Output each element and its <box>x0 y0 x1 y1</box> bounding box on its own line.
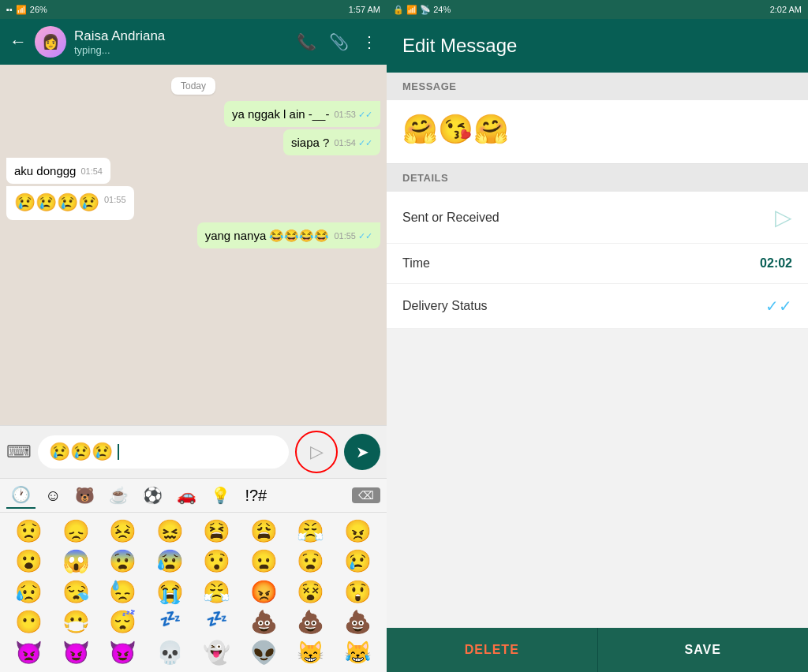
contact-info[interactable]: Raisa Andriana typing... <box>74 28 289 56</box>
emoji-cell[interactable]: 😈 <box>54 639 99 667</box>
message-bubble-received[interactable]: aku donggg 01:54 <box>6 158 110 184</box>
emoji-cell[interactable]: 😞 <box>54 517 99 546</box>
attach-icon[interactable]: 📎 <box>329 32 349 51</box>
message-text: yang nanya 😂😂😂😂 <box>205 229 330 242</box>
avatar-image: 👩 <box>35 26 66 58</box>
message-text: siapa ? <box>291 136 329 149</box>
emoji-cell[interactable]: 😡 <box>241 578 287 607</box>
message-bubble-received[interactable]: 😢😢😢😢 01:55 <box>6 186 134 220</box>
delete-button[interactable]: DELETE <box>387 628 597 672</box>
back-button[interactable]: ← <box>9 32 27 52</box>
message-text: aku donggg <box>14 164 76 177</box>
emoji-cell[interactable]: 😈 <box>100 639 146 667</box>
right-lock-icon: 🔒 <box>393 5 404 14</box>
emoji-cell[interactable]: 😤 <box>194 578 240 607</box>
status-bar-left: ▪▪ 📶 26% <box>6 5 47 15</box>
detail-value-time: 02:02 <box>760 256 792 271</box>
battery-left: 26% <box>30 5 47 14</box>
message-bubble-sent[interactable]: yang nanya 😂😂😂😂 01:55 ✓✓ <box>197 222 380 248</box>
emoji-cell[interactable]: 😸 <box>288 639 334 667</box>
emoji-cell[interactable]: 😯 <box>194 547 240 576</box>
emoji-cell[interactable]: 👽 <box>241 639 287 667</box>
sticker-button-circle[interactable]: ▷ <box>295 431 338 473</box>
delivery-status-icon: ✓✓ <box>765 297 792 315</box>
emoji-cell[interactable]: 👻 <box>194 639 240 667</box>
message-input[interactable]: 😢😢😢 <box>38 435 289 469</box>
message-time: 01:55 <box>104 194 126 206</box>
save-button[interactable]: SAVE <box>597 628 809 672</box>
emoji-cell[interactable]: 😹 <box>335 639 381 667</box>
emoji-tab-food[interactable]: ☕ <box>104 483 133 508</box>
sim-icon: ▪▪ <box>6 5 13 14</box>
right-status-bar: 🔒 📶 📡 24% 2:02 AM <box>387 0 808 19</box>
emoji-cell[interactable]: 😠 <box>335 517 381 546</box>
emoji-cell[interactable]: 😶 <box>6 608 52 637</box>
contact-avatar[interactable]: 👩 <box>35 26 66 58</box>
emoji-cell[interactable]: 😱 <box>54 547 99 576</box>
message-row: 😢😢😢😢 01:55 <box>6 186 380 220</box>
right-battery: 24% <box>433 5 451 14</box>
emoji-cell[interactable]: 😓 <box>100 578 146 607</box>
emoji-cell[interactable]: 😢 <box>335 547 381 576</box>
right-time: 2:02 AM <box>770 5 802 14</box>
edit-message-title: Edit Message <box>402 35 517 57</box>
detail-label-time: Time <box>402 256 430 271</box>
emoji-cell[interactable]: 😫 <box>194 517 240 546</box>
message-text: ya nggak l ain -__- <box>232 107 329 121</box>
right-status-right: 2:02 AM <box>770 5 802 14</box>
right-wifi-icon: 📶 <box>406 5 417 14</box>
emoji-keyboard: 🕐 ☺ 🐻 ☕ ⚽ 🚗 💡 !?# ⌫ 😟 😞 😣 😖 😫 😩 😤 😠 😮 😱 … <box>0 478 387 672</box>
emoji-cell[interactable]: 👿 <box>6 639 52 667</box>
keyboard-toggle-icon[interactable]: ⌨ <box>6 442 32 462</box>
emoji-grid: 😟 😞 😣 😖 😫 😩 😤 😠 😮 😱 😨 😰 😯 😦 😧 😢 😥 😪 😓 😭 … <box>0 513 387 672</box>
send-button[interactable]: ➤ <box>344 434 380 470</box>
message-text: 😢😢😢😢 <box>14 192 99 212</box>
emoji-cell[interactable]: 😵 <box>288 578 334 607</box>
status-bar-right: 1:57 AM <box>349 5 380 14</box>
emoji-tab-symbols[interactable]: !?# <box>240 483 271 508</box>
emoji-cell[interactable]: 😴 <box>100 608 146 637</box>
left-panel: ▪▪ 📶 26% 1:57 AM ← 👩 Raisa Andriana typi… <box>0 0 387 672</box>
emoji-tab-travel[interactable]: 🚗 <box>172 483 201 508</box>
emoji-cell[interactable]: 😦 <box>241 547 287 576</box>
emoji-cell[interactable]: 😧 <box>288 547 334 576</box>
emoji-cell[interactable]: 😤 <box>288 517 334 546</box>
sent-received-icon: ▷ <box>775 204 792 230</box>
emoji-tab-animals[interactable]: 🐻 <box>70 483 99 508</box>
emoji-cell[interactable]: 😩 <box>241 517 287 546</box>
emoji-cell[interactable]: 😟 <box>6 517 52 546</box>
message-bubble-sent[interactable]: ya nggak l ain -__- 01:53 ✓✓ <box>224 101 380 127</box>
emoji-cell[interactable]: 💤 <box>148 608 193 637</box>
emoji-tab-smiley[interactable]: ☺ <box>40 483 65 508</box>
emoji-cell[interactable]: 😮 <box>6 547 52 576</box>
right-signal-icon: 📡 <box>420 5 431 14</box>
message-time: 01:53 ✓✓ <box>334 109 372 121</box>
emoji-cell[interactable]: 😨 <box>100 547 146 576</box>
emoji-cell[interactable]: 💩 <box>288 608 334 637</box>
emoji-cell[interactable]: 😷 <box>54 608 99 637</box>
emoji-cell[interactable]: 💀 <box>148 639 193 667</box>
emoji-cell[interactable]: 😪 <box>54 578 99 607</box>
emoji-cell[interactable]: 😭 <box>148 578 193 607</box>
call-icon[interactable]: 📞 <box>297 32 316 51</box>
message-bubble-sent[interactable]: siapa ? 01:54 ✓✓ <box>283 129 380 155</box>
chat-area: Today ya nggak l ain -__- 01:53 ✓✓ siapa… <box>0 65 387 425</box>
emoji-cell[interactable]: 😲 <box>335 578 381 607</box>
emoji-cell[interactable]: 💩 <box>241 608 287 637</box>
emoji-tab-sports[interactable]: ⚽ <box>138 483 167 508</box>
emoji-tab-objects[interactable]: 💡 <box>206 483 235 508</box>
emoji-delete-button[interactable]: ⌫ <box>352 487 380 503</box>
emoji-cell[interactable]: 😣 <box>100 517 146 546</box>
text-cursor <box>118 444 119 460</box>
detail-row-delivery: Delivery Status ✓✓ <box>387 284 808 329</box>
edit-message-content: MESSAGE 🤗😘🤗 DETAILS Sent or Received ▷ T… <box>387 73 808 628</box>
emoji-cell[interactable]: 💩 <box>335 608 381 637</box>
more-options-icon[interactable]: ⋮ <box>361 32 377 51</box>
input-emoji-text: 😢😢😢 <box>49 442 113 462</box>
emoji-cell[interactable]: 😥 <box>6 578 52 607</box>
emoji-cell[interactable]: 💤 <box>194 608 240 637</box>
right-status-left: 🔒 📶 📡 24% <box>393 5 451 15</box>
emoji-cell[interactable]: 😖 <box>148 517 193 546</box>
emoji-tab-recent[interactable]: 🕐 <box>6 482 36 509</box>
emoji-cell[interactable]: 😰 <box>148 547 193 576</box>
